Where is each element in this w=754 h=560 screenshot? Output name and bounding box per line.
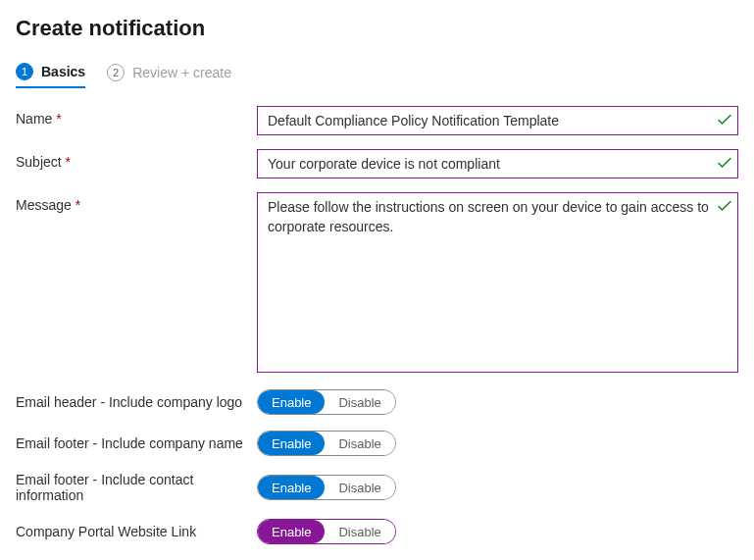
toggle-enable[interactable]: Enable [258,476,325,499]
name-label: Name * [16,106,257,127]
toggle-enable[interactable]: Enable [258,520,325,543]
toggle-portal-link[interactable]: Enable Disable [257,519,396,544]
subject-input[interactable] [257,149,738,178]
subject-label: Subject * [16,149,257,170]
tab-label: Review + create [132,65,231,80]
tab-review-create[interactable]: 2 Review + create [107,64,231,87]
required-indicator: * [75,197,80,213]
required-indicator: * [66,154,71,170]
required-indicator: * [56,111,61,127]
toggle-label-logo: Email header - Include company logo [16,394,257,410]
toggle-disable[interactable]: Disable [325,390,394,414]
message-label: Message * [16,192,257,213]
tab-basics[interactable]: 1 Basics [16,63,85,88]
tab-label: Basics [41,64,85,79]
tabs: 1 Basics 2 Review + create [16,63,738,88]
toggle-disable[interactable]: Disable [325,520,394,543]
toggle-label-contact-info: Email footer - Include contact informati… [16,472,257,503]
toggle-company-name[interactable]: Enable Disable [257,431,396,456]
message-textarea[interactable] [257,192,738,373]
toggle-enable[interactable]: Enable [258,390,325,414]
toggle-disable[interactable]: Disable [325,432,394,455]
toggle-label-portal-link: Company Portal Website Link [16,524,257,539]
name-input[interactable] [257,106,738,135]
tab-badge: 1 [16,63,33,80]
toggle-label-company-name: Email footer - Include company name [16,435,257,451]
toggle-company-logo[interactable]: Enable Disable [257,389,396,415]
toggle-disable[interactable]: Disable [325,476,394,499]
toggle-contact-info[interactable]: Enable Disable [257,475,396,500]
toggle-enable[interactable]: Enable [258,432,325,455]
tab-badge: 2 [107,64,125,81]
page-title: Create notification [16,16,738,41]
